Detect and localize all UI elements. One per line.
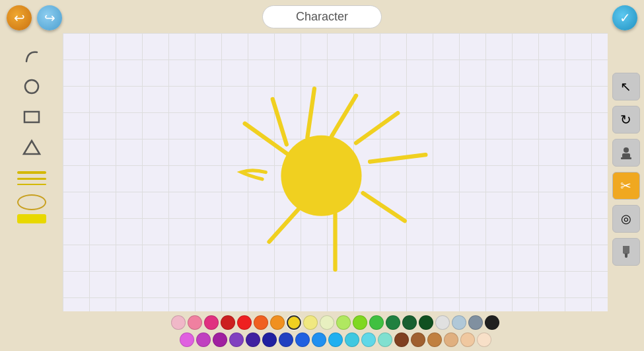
svg-rect-1 <box>24 112 39 122</box>
title-bar: Character <box>262 5 382 28</box>
svg-line-9 <box>363 193 405 221</box>
color-royal-blue[interactable] <box>295 332 310 347</box>
rotate-icon: ↻ <box>620 112 631 128</box>
color-row-2 <box>180 332 491 347</box>
color-pale-yellow[interactable] <box>320 315 334 330</box>
stamp-icon <box>618 145 634 161</box>
svg-line-8 <box>370 155 425 162</box>
color-purple-pink[interactable] <box>196 332 211 347</box>
canvas-area[interactable] <box>63 33 608 311</box>
triangle-icon <box>21 137 42 158</box>
color-light-pink[interactable] <box>171 315 186 330</box>
header: ↩ ↪ Character ✓ <box>0 0 644 33</box>
undo-button[interactable]: ↩ <box>7 5 32 30</box>
color-black[interactable] <box>485 315 499 330</box>
color-peach[interactable] <box>444 332 458 347</box>
svg-line-6 <box>332 96 356 136</box>
color-cyan[interactable] <box>345 332 359 347</box>
stamp-tool-btn[interactable] <box>612 139 640 167</box>
paint-tool-btn[interactable] <box>612 238 640 266</box>
circle-icon <box>21 76 42 97</box>
color-row-1 <box>171 315 499 330</box>
color-light-yellow[interactable] <box>303 315 318 330</box>
color-purple[interactable] <box>213 332 227 347</box>
svg-line-5 <box>307 89 314 137</box>
color-blue[interactable] <box>279 332 293 347</box>
rectangle-icon <box>21 106 42 128</box>
svg-point-13 <box>624 147 629 153</box>
current-color-swatch <box>17 214 46 223</box>
color-light-blue[interactable] <box>312 332 326 347</box>
color-orange[interactable] <box>270 315 285 330</box>
redo-button[interactable]: ↪ <box>37 5 62 30</box>
color-brown[interactable] <box>394 332 409 347</box>
color-red[interactable] <box>237 315 252 330</box>
right-toolbar: ↖ ↻ ✂ ◎ <box>608 33 644 266</box>
svg-marker-2 <box>24 141 40 154</box>
left-toolbar <box>0 33 63 351</box>
rectangle-tool[interactable] <box>15 104 48 130</box>
color-tan[interactable] <box>427 332 442 347</box>
color-forest-green[interactable] <box>402 315 417 330</box>
stroke-medium <box>17 178 46 180</box>
drawing-canvas[interactable] <box>63 33 608 311</box>
scissors-icon: ✂ <box>620 178 631 194</box>
done-icon: ✓ <box>620 10 631 26</box>
curve-icon <box>21 46 42 67</box>
color-medium-brown[interactable] <box>411 332 425 347</box>
stroke-medium-btn[interactable] <box>15 178 48 180</box>
color-orange-red[interactable] <box>254 315 268 330</box>
page-title: Character <box>296 10 348 23</box>
color-oval <box>17 194 46 210</box>
redo-icon: ↪ <box>44 10 55 26</box>
svg-line-11 <box>269 207 301 242</box>
color-indigo[interactable] <box>246 332 260 347</box>
color-hot-pink[interactable] <box>204 315 219 330</box>
sun-drawing <box>63 33 608 311</box>
bottom-palette <box>63 311 608 351</box>
svg-rect-15 <box>621 157 631 159</box>
current-color-btn[interactable] <box>15 214 48 223</box>
circle-tool[interactable] <box>15 73 48 100</box>
cursor-tool-btn[interactable]: ↖ <box>612 73 640 100</box>
stroke-thick-btn[interactable] <box>15 171 48 174</box>
color-yellow-green[interactable] <box>336 315 351 330</box>
stroke-thin-btn[interactable] <box>15 184 48 185</box>
paint-icon <box>618 244 634 260</box>
color-deep-green[interactable] <box>419 315 433 330</box>
svg-line-7 <box>356 113 398 143</box>
rotate-tool-btn[interactable]: ↻ <box>612 106 640 134</box>
done-button[interactable]: ✓ <box>612 5 637 30</box>
color-white[interactable] <box>435 315 450 330</box>
color-dark-green[interactable] <box>386 315 400 330</box>
color-light-peach[interactable] <box>460 332 475 347</box>
color-oval-btn[interactable] <box>15 194 48 210</box>
color-teal[interactable] <box>378 332 392 347</box>
svg-point-0 <box>25 80 38 93</box>
stroke-thick <box>17 171 46 174</box>
color-blue-gray[interactable] <box>468 315 483 330</box>
color-dark-purple[interactable] <box>229 332 244 347</box>
camera-tool-btn[interactable]: ◎ <box>612 205 640 233</box>
camera-icon: ◎ <box>621 212 631 226</box>
scissors-tool-btn[interactable]: ✂ <box>612 172 640 200</box>
color-lime[interactable] <box>353 315 367 330</box>
color-light-blue-gray[interactable] <box>452 315 466 330</box>
cursor-icon: ↖ <box>620 79 631 95</box>
svg-rect-16 <box>625 253 627 258</box>
svg-rect-14 <box>622 153 630 158</box>
color-dark-red[interactable] <box>221 315 235 330</box>
color-magenta[interactable] <box>180 332 194 347</box>
color-sky-blue[interactable] <box>328 332 343 347</box>
curve-tool[interactable] <box>15 43 48 69</box>
triangle-tool[interactable] <box>15 134 48 161</box>
undo-icon: ↩ <box>14 10 25 26</box>
svg-line-4 <box>273 99 287 144</box>
color-dark-blue[interactable] <box>262 332 277 347</box>
stroke-thin <box>17 184 46 185</box>
color-green[interactable] <box>369 315 384 330</box>
color-light-cyan[interactable] <box>361 332 376 347</box>
color-skin[interactable] <box>477 332 491 347</box>
color-pink[interactable] <box>188 315 202 330</box>
color-yellow[interactable] <box>287 315 301 330</box>
